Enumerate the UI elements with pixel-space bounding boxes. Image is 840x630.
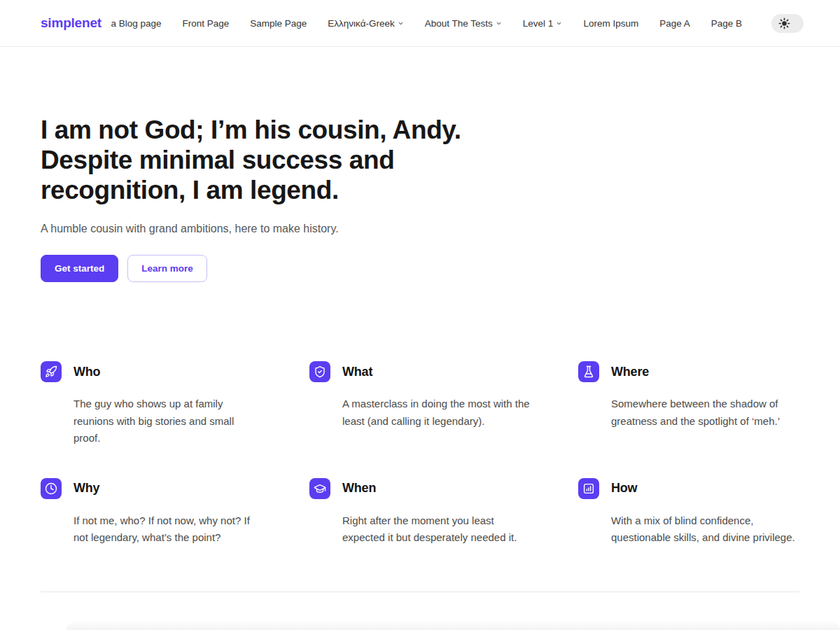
features-grid: Who The guy who shows up at family reuni… [41, 361, 799, 547]
hero-title: I am not God; I’m his cousin, Andy. Desp… [41, 115, 510, 205]
nav-item-about-the-tests[interactable]: About The Tests [425, 18, 502, 29]
feature-why: Why If not me, who? If not now, why not?… [41, 478, 262, 547]
nav-item-front-page[interactable]: Front Page [182, 18, 229, 29]
page-content: I am not God; I’m his cousin, Andy. Desp… [0, 47, 840, 547]
feature-description: The guy who shows up at family reunions … [74, 396, 262, 447]
feature-title: Who [74, 365, 100, 379]
sun-icon [778, 18, 790, 29]
feature-description: Somewhere between the shadow of greatnes… [611, 396, 799, 430]
nav-item-page-a[interactable]: Page A [659, 18, 690, 29]
feature-who: Who The guy who shows up at family reuni… [41, 361, 262, 447]
graduation-cap-icon [309, 478, 330, 499]
brand-logo[interactable]: simplenet [41, 15, 102, 31]
cta-row: Get started Learn more [41, 255, 799, 282]
clock-icon [41, 478, 62, 499]
get-started-button[interactable]: Get started [41, 255, 118, 282]
theme-toggle[interactable] [771, 14, 804, 33]
feature-description: Right after the moment you least expecte… [342, 512, 531, 547]
feature-description: With a mix of blind confidence, question… [611, 512, 799, 547]
feature-title: How [611, 481, 637, 496]
nav-item-blog-page[interactable]: a Blog page [111, 18, 161, 29]
learn-more-button[interactable]: Learn more [127, 255, 207, 282]
shield-check-icon [309, 361, 330, 382]
nav-item-greek[interactable]: Ελληνικά-Greek [328, 18, 403, 29]
feature-title: Why [74, 481, 99, 496]
feature-title: Where [611, 365, 649, 379]
chevron-down-icon [556, 20, 562, 27]
bar-chart-icon [578, 478, 599, 499]
site-header: simplenet a Blog page Front Page Sample … [0, 0, 840, 47]
feature-when: When Right after the moment you least ex… [309, 478, 531, 547]
feature-description: A masterclass in doing the most with the… [342, 396, 531, 430]
hero-section: I am not God; I’m his cousin, Andy. Desp… [41, 47, 799, 282]
main-nav: a Blog page Front Page Sample Page Ελλην… [111, 14, 804, 33]
next-section-peek [66, 622, 840, 630]
feature-title: What [342, 365, 372, 379]
chevron-down-icon [398, 20, 404, 27]
section-divider [41, 592, 799, 592]
hero-subtitle: A humble cousin with grand ambitions, he… [41, 223, 799, 235]
feature-what: What A masterclass in doing the most wit… [309, 361, 531, 447]
rocket-icon [41, 361, 62, 382]
nav-item-lorem-ipsum[interactable]: Lorem Ipsum [583, 18, 638, 29]
chevron-down-icon [496, 20, 502, 27]
nav-item-page-b[interactable]: Page B [711, 18, 742, 29]
feature-title: When [342, 481, 376, 496]
feature-description: If not me, who? If not now, why not? If … [74, 512, 262, 547]
nav-item-sample-page[interactable]: Sample Page [250, 18, 307, 29]
nav-item-level-1[interactable]: Level 1 [523, 18, 563, 29]
feature-how: How With a mix of blind confidence, ques… [578, 478, 799, 547]
flask-icon [578, 361, 599, 382]
feature-where: Where Somewhere between the shadow of gr… [578, 361, 799, 447]
